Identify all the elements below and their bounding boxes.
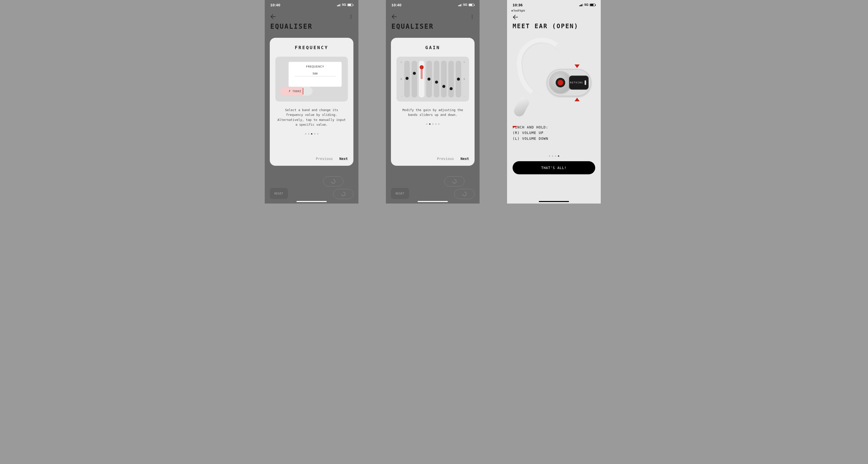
screen-equaliser-frequency: 10:40 5G EQUALISER RESET FREQUENCY FREQU bbox=[265, 0, 359, 204]
accent-tick-icon bbox=[513, 126, 517, 127]
reset-button[interactable]: RESET bbox=[270, 188, 288, 199]
status-time: 10:40 bbox=[392, 3, 402, 7]
frequency-illustration: FREQUENCY 500 F 700HZ bbox=[275, 57, 348, 101]
page-indicator bbox=[275, 133, 348, 134]
gain-band-slider[interactable] bbox=[441, 61, 446, 97]
background-controls: RESET bbox=[391, 176, 474, 199]
gain-axis-left: + 0 - bbox=[400, 61, 403, 97]
page-dot[interactable] bbox=[435, 123, 436, 125]
network-label: 5G bbox=[584, 3, 588, 6]
frequency-pill-label: F 700HZ bbox=[289, 90, 301, 93]
status-indicators: 5G bbox=[458, 3, 474, 6]
gain-band-slider[interactable] bbox=[456, 61, 461, 97]
overflow-menu-icon[interactable] bbox=[349, 15, 353, 19]
next-button[interactable]: Next bbox=[339, 157, 348, 161]
page-indicator bbox=[397, 123, 469, 125]
earbud-slot bbox=[585, 80, 586, 85]
page-indicator bbox=[507, 155, 601, 157]
gain-band-thumb[interactable] bbox=[413, 72, 416, 75]
frequency-band-pill[interactable]: F 700HZ bbox=[280, 87, 313, 95]
frequency-input-panel: FREQUENCY 500 bbox=[288, 62, 342, 87]
redo-button[interactable] bbox=[333, 189, 353, 199]
home-indicator[interactable] bbox=[539, 201, 569, 202]
previous-button[interactable]: Previous bbox=[316, 157, 333, 161]
page-dot[interactable] bbox=[558, 155, 559, 157]
back-icon[interactable] bbox=[270, 14, 276, 20]
earbud-brand-label: NOTHING bbox=[570, 81, 583, 84]
gain-band-slider[interactable] bbox=[426, 61, 432, 97]
earbud-tip bbox=[512, 96, 531, 118]
battery-icon bbox=[590, 3, 595, 6]
signal-icon bbox=[337, 3, 341, 6]
page-title: EQUALISER bbox=[265, 21, 359, 30]
gain-band-thumb[interactable] bbox=[420, 65, 424, 69]
earbud-disc bbox=[549, 71, 572, 94]
page-dot[interactable] bbox=[549, 155, 550, 157]
header-bar bbox=[507, 12, 601, 22]
gain-band-thumb[interactable] bbox=[406, 77, 408, 80]
background-controls: RESET bbox=[270, 176, 353, 199]
gain-band-slider[interactable] bbox=[448, 61, 454, 97]
page-dot[interactable] bbox=[555, 155, 556, 157]
frequency-input-value[interactable]: 500 bbox=[294, 72, 336, 76]
gain-band-slider[interactable] bbox=[434, 61, 439, 97]
reset-button[interactable]: RESET bbox=[391, 188, 409, 199]
gain-band-slider[interactable] bbox=[411, 61, 417, 97]
card-title: GAIN bbox=[397, 45, 469, 50]
gain-band-thumb[interactable] bbox=[457, 78, 460, 81]
overflow-menu-icon[interactable] bbox=[470, 15, 474, 19]
frequency-input-label: FREQUENCY bbox=[292, 65, 338, 68]
page-dot[interactable] bbox=[305, 133, 306, 134]
status-indicators: 5G bbox=[337, 3, 353, 6]
header-bar bbox=[386, 12, 479, 21]
screen-equaliser-gain: 10:40 5G EQUALISER RESET GAIN bbox=[386, 0, 479, 204]
gain-band-thumb[interactable] bbox=[428, 78, 431, 81]
redo-button[interactable] bbox=[455, 189, 474, 199]
gain-band-slider[interactable] bbox=[404, 61, 410, 97]
status-indicators: 5G bbox=[579, 3, 595, 6]
gain-band-thumb[interactable] bbox=[442, 85, 445, 88]
status-bar: 10:40 5G bbox=[265, 0, 359, 9]
earbud-body: NOTHING bbox=[547, 69, 591, 96]
pinch-arrow-top-icon bbox=[575, 64, 580, 68]
home-indicator[interactable] bbox=[417, 201, 448, 202]
back-icon[interactable] bbox=[513, 14, 518, 20]
page-dot[interactable] bbox=[314, 133, 315, 134]
screen-meet-ear-open: 10:36 5G TestFlight MEET EAR (OPEN) NOTH… bbox=[507, 0, 601, 204]
network-label: 5G bbox=[342, 3, 346, 6]
page-dot[interactable] bbox=[311, 133, 312, 134]
thats-all-button[interactable]: THAT'S ALL! bbox=[513, 161, 595, 174]
onboarding-card-frequency: FREQUENCY FREQUENCY 500 F 700HZ Select a… bbox=[270, 38, 353, 166]
signal-icon bbox=[579, 3, 583, 6]
gesture-right: (R) VOLUME UP bbox=[513, 130, 595, 135]
gain-illustration: + 0 - + 0 - bbox=[397, 57, 469, 101]
page-dot[interactable] bbox=[552, 155, 553, 157]
battery-icon bbox=[347, 3, 353, 6]
status-bar: 10:40 5G bbox=[386, 0, 479, 9]
page-dot[interactable] bbox=[317, 133, 318, 134]
next-button[interactable]: Next bbox=[460, 157, 469, 161]
earbud-illustration: NOTHING bbox=[507, 36, 601, 117]
page-dot[interactable] bbox=[432, 123, 434, 125]
page-title: EQUALISER bbox=[386, 21, 479, 30]
page-title: MEET EAR (OPEN) bbox=[507, 22, 601, 30]
gesture-heading: PINCH AND HOLD: bbox=[513, 124, 595, 130]
page-dot[interactable] bbox=[429, 123, 431, 125]
back-icon[interactable] bbox=[392, 14, 397, 20]
status-time: 10:36 bbox=[513, 3, 523, 7]
gain-band-thumb[interactable] bbox=[450, 87, 453, 90]
page-dot[interactable] bbox=[438, 123, 439, 125]
card-description: Modify the gain by adjusting the bands s… bbox=[397, 107, 469, 117]
undo-button[interactable] bbox=[444, 176, 464, 186]
card-description: Select a band and change its frequency v… bbox=[275, 107, 348, 127]
gain-band-slider[interactable] bbox=[419, 61, 425, 97]
pinch-arrow-bottom-icon bbox=[575, 98, 580, 101]
undo-button[interactable] bbox=[323, 176, 343, 186]
page-dot[interactable] bbox=[308, 133, 309, 134]
breadcrumb-back[interactable]: TestFlight bbox=[507, 9, 601, 12]
gain-band-thumb[interactable] bbox=[435, 81, 438, 84]
home-indicator[interactable] bbox=[297, 201, 327, 202]
page-dot[interactable] bbox=[426, 123, 428, 125]
earbud-pinch-zone: NOTHING bbox=[569, 75, 589, 90]
previous-button[interactable]: Previous bbox=[437, 157, 454, 161]
